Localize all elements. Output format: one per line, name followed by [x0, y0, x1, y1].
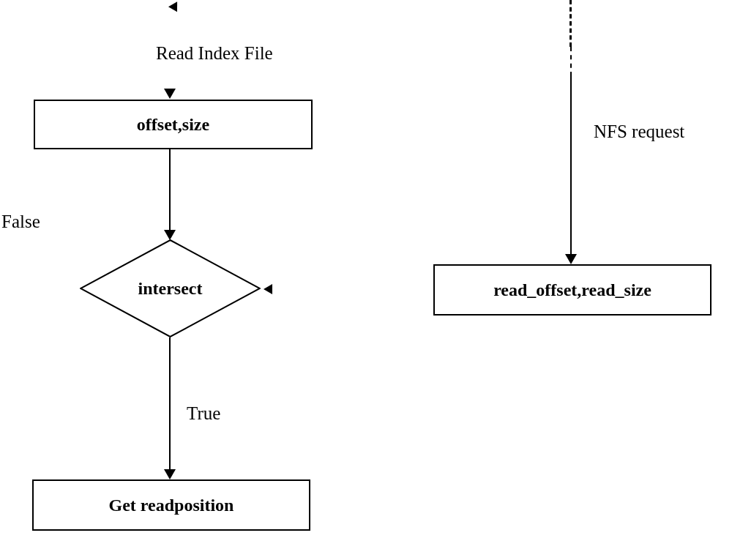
nfs-solid-line: [570, 76, 572, 254]
arrowhead-to-getread: [164, 469, 176, 479]
arrowhead-to-offset: [164, 89, 176, 99]
box-read-offset-size: read_offset,read_size: [433, 264, 712, 316]
decision-intersect-text: intersect: [138, 279, 203, 299]
arrowhead-into-diamond-right: [264, 284, 272, 294]
arrowhead-to-readoffset: [565, 254, 577, 264]
box-read-offset-size-text: read_offset,read_size: [493, 280, 651, 300]
label-false: False: [1, 212, 40, 232]
label-read-index: Read Index File: [156, 43, 273, 64]
box-get-readposition-text: Get readposition: [109, 496, 234, 515]
decision-intersect: intersect: [80, 239, 261, 337]
box-offset-size: offset,size: [34, 100, 313, 149]
arrowhead-to-diamond: [164, 230, 176, 240]
box-get-readposition: Get readposition: [32, 479, 310, 531]
nfs-dashed-top: [569, 0, 572, 47]
stray-arrowhead: [168, 1, 182, 14]
label-true: True: [187, 403, 220, 424]
arrow-line-to-getread: [169, 337, 171, 469]
arrow-line-to-diamond: [169, 148, 171, 230]
nfs-dashed-line: [570, 47, 572, 76]
label-nfs-request: NFS request: [594, 122, 684, 142]
box-offset-size-text: offset,size: [137, 115, 209, 135]
